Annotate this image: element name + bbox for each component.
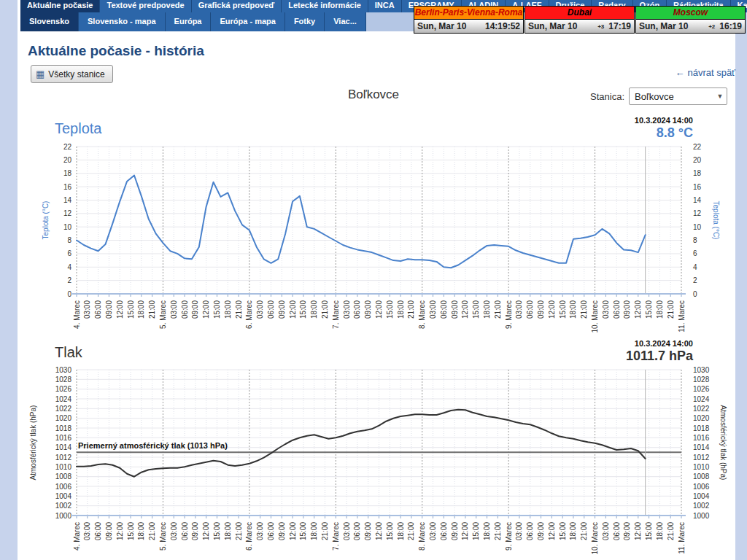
svg-text:03:00: 03:00 [602,300,610,319]
svg-text:06:00: 06:00 [181,300,189,319]
svg-text:1026: 1026 [55,385,72,393]
svg-text:6: 6 [67,249,71,257]
pressure-chart: 1000100010021002100410041006100610081008… [0,365,747,560]
svg-text:12:00: 12:00 [202,522,210,540]
nav-tab-inca[interactable]: INCA [368,0,402,12]
svg-text:18:00: 18:00 [224,522,232,540]
svg-text:09:00: 09:00 [278,522,286,540]
svg-text:Atmosférický tlak (hPa): Atmosférický tlak (hPa) [29,405,37,481]
station-select[interactable]: Boľkovce ▼ [629,88,727,105]
svg-text:0: 0 [693,290,697,298]
clock-dubai: DubaiSun, Mar 10+317:19 [525,6,635,34]
svg-text:18: 18 [63,169,72,177]
clock-city-label: Berlin-Paris-Vienna-Roma [414,7,523,20]
svg-text:1002: 1002 [55,502,72,510]
svg-text:11. Marec: 11. Marec [678,522,686,554]
svg-text:06:00: 06:00 [613,300,621,319]
svg-text:8: 8 [693,236,697,244]
svg-text:12:00: 12:00 [461,522,469,540]
svg-text:7. Marec: 7. Marec [332,300,340,329]
svg-text:1022: 1022 [693,405,710,413]
clock-time-row: Sun, Mar 10+317:19 [525,20,634,33]
temperature-current-value: 8.8 °C [530,125,693,141]
nav-tab-graficka-predpoved[interactable]: Grafická predpoveď [192,0,282,12]
svg-text:1026: 1026 [693,385,710,393]
svg-text:11. Marec: 11. Marec [678,300,686,332]
nav-tab-letecke-informacie[interactable]: Letecké informácie [282,0,368,12]
svg-text:09:00: 09:00 [105,522,113,540]
svg-text:20: 20 [63,156,72,164]
all-stations-button[interactable]: ▦ Všetky stanice [31,65,113,83]
svg-text:06:00: 06:00 [440,522,448,540]
nav-tab-aktualne-pocasie[interactable]: Aktuálne počasie [20,0,100,12]
svg-text:8. Marec: 8. Marec [418,300,426,329]
svg-text:09:00: 09:00 [623,522,631,540]
nav-tab-textove-predpovede[interactable]: Textové predpovede [100,0,191,12]
subnav-tab-slovensko[interactable]: Slovensko [20,12,79,31]
svg-text:15:00: 15:00 [213,522,221,540]
svg-text:21:00: 21:00 [321,300,329,319]
clock-time: 14:19:52 [485,21,520,31]
subnav-filler [366,12,414,31]
svg-text:1000: 1000 [55,512,72,520]
svg-text:09:00: 09:00 [623,300,631,319]
svg-text:15:00: 15:00 [645,300,653,319]
clock-date: Sun, Mar 10 [639,21,708,31]
svg-text:4. Marec: 4. Marec [73,522,81,551]
svg-text:10: 10 [693,223,702,231]
svg-text:06:00: 06:00 [526,300,534,319]
pressure-current-value: 1011.7 hPa [530,349,693,364]
svg-text:2: 2 [693,276,697,284]
left-arrow-icon: ← [675,67,684,78]
svg-text:09:00: 09:00 [191,300,199,319]
svg-text:14: 14 [693,196,702,204]
svg-text:06:00: 06:00 [353,522,361,540]
temperature-chart-title: Teplota [55,120,102,137]
svg-text:1016: 1016 [55,434,72,442]
svg-text:12:00: 12:00 [634,300,642,319]
svg-text:21:00: 21:00 [407,522,415,540]
svg-text:12:00: 12:00 [548,300,556,319]
svg-text:03:00: 03:00 [515,522,523,540]
svg-text:03:00: 03:00 [343,522,351,540]
page-title: Aktuálne počasie - história [28,43,204,59]
svg-text:18:00: 18:00 [224,300,232,319]
svg-text:06:00: 06:00 [613,522,621,540]
svg-text:06:00: 06:00 [526,522,534,540]
svg-text:1008: 1008 [55,472,72,481]
svg-text:09:00: 09:00 [364,522,372,540]
svg-text:21:00: 21:00 [667,300,675,319]
svg-text:03:00: 03:00 [429,522,437,540]
station-select-value: Boľkovce [630,91,713,102]
subnav-tab-europa-mapa[interactable]: Európa - mapa [211,12,285,31]
back-link-label: návrat späť [687,67,735,78]
svg-text:09:00: 09:00 [537,522,545,540]
svg-text:12: 12 [693,209,702,217]
svg-text:21:00: 21:00 [580,300,588,319]
svg-text:03:00: 03:00 [429,300,437,319]
clock-time-row: Sun, Mar 1014:19:52 [414,20,523,33]
svg-text:1020: 1020 [693,414,710,422]
svg-text:7. Marec: 7. Marec [332,522,340,551]
subnav-tab-slovensko-mapa[interactable]: Slovensko - mapa [79,12,166,31]
svg-text:5. Marec: 5. Marec [159,300,167,329]
svg-text:21:00: 21:00 [494,300,502,319]
back-link[interactable]: ←návrat späť [642,67,735,78]
svg-text:09:00: 09:00 [191,522,199,540]
svg-text:03:00: 03:00 [515,300,523,319]
svg-text:15:00: 15:00 [127,300,135,319]
table-grid-icon: ▦ [36,69,44,79]
svg-text:14: 14 [63,196,72,204]
svg-text:03:00: 03:00 [83,300,91,319]
svg-text:15:00: 15:00 [559,300,567,319]
svg-text:1014: 1014 [693,443,710,451]
svg-text:06:00: 06:00 [353,300,361,319]
svg-text:1012: 1012 [693,454,710,462]
svg-text:1028: 1028 [55,376,72,384]
subnav-tab-europa[interactable]: Európa [166,12,212,31]
subnav-tab-viac[interactable]: Viac... [325,12,366,31]
svg-text:18:00: 18:00 [137,300,145,319]
clock-time: 16:19 [719,21,742,31]
subnav-tab-fotky[interactable]: Fotky [285,12,325,31]
svg-text:12:00: 12:00 [461,300,469,319]
